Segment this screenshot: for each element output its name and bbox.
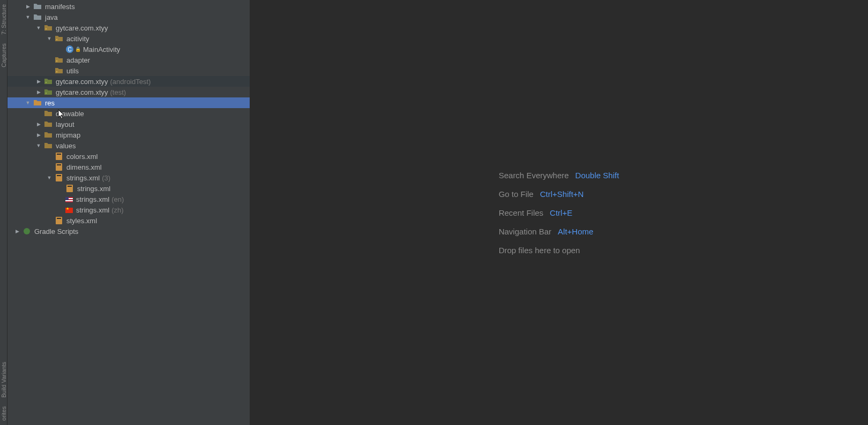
tree-item-layout[interactable]: ▶ layout — [8, 119, 250, 130]
package-icon — [55, 34, 63, 43]
tree-item-label: colors.xml — [66, 153, 98, 161]
tree-item-label: dimens.xml — [66, 163, 102, 171]
hint-navigation-bar: Navigation Bar Alt+Home — [499, 227, 619, 236]
svg-point-18 — [24, 228, 30, 234]
tree-item-label: gytcare.com.xtyy — [56, 78, 108, 86]
tree-item-label: res — [45, 99, 55, 107]
tree-item-java[interactable]: ▼ java — [8, 12, 250, 22]
package-icon — [44, 24, 53, 32]
tree-item-values[interactable]: ▼ values — [8, 140, 250, 151]
tree-item-strings-xml-group[interactable]: ▼ strings.xml (3) — [8, 172, 250, 183]
chevron-right-icon[interactable]: ▶ — [35, 122, 42, 127]
shortcut-navigation-bar: Alt+Home — [558, 227, 593, 236]
res-folder-icon — [44, 131, 53, 139]
res-folder-icon — [44, 120, 53, 128]
tree-item-styles-xml[interactable]: ▶ styles.xml — [8, 215, 250, 226]
xml-file-icon — [55, 163, 63, 171]
flag-cn-icon — [65, 208, 73, 213]
chevron-right-icon[interactable]: ▶ — [35, 79, 42, 84]
tree-item-colors-xml[interactable]: ▶ colors.xml — [8, 151, 250, 162]
hint-search-everywhere: Search Everywhere Double Shift — [499, 171, 619, 180]
tree-item-label: strings.xml — [76, 195, 109, 203]
chevron-down-icon[interactable]: ▼ — [46, 36, 53, 41]
shortcut-goto-file: Ctrl+Shift+N — [540, 189, 584, 199]
tree-item-drawable[interactable]: ▶ drawable — [8, 108, 250, 119]
tree-item-main-activity[interactable]: ▶ C 🔒 MainActivity — [8, 44, 250, 55]
hint-label: Recent Files — [499, 208, 543, 217]
tree-item-label: gytcare.com.xtyy — [56, 88, 108, 96]
toolbar-favorites[interactable]: orites — [1, 402, 7, 425]
tree-item-package-test[interactable]: ▶ gytcare.com.xtyy (test) — [8, 87, 250, 97]
hint-label: Drop files here to open — [499, 246, 580, 255]
tree-item-count: (3) — [102, 174, 110, 182]
lock-icon: 🔒 — [75, 47, 81, 52]
editor-empty-area[interactable]: Search Everywhere Double Shift Go to Fil… — [250, 0, 868, 425]
tree-item-label: manifests — [45, 3, 75, 11]
gradle-icon — [23, 227, 31, 236]
package-icon — [55, 66, 63, 75]
tree-item-strings-xml-zh[interactable]: ▶ strings.xml (zh) — [8, 204, 250, 215]
package-icon — [44, 77, 53, 86]
hint-label: Search Everywhere — [499, 171, 569, 180]
tree-item-label: strings.xml — [77, 185, 110, 193]
tree-item-label: drawable — [56, 110, 84, 118]
tree-item-strings-xml-default[interactable]: ▶ strings.xml — [8, 183, 250, 194]
hint-label: Navigation Bar — [499, 227, 551, 236]
res-folder-icon — [44, 109, 53, 118]
chevron-down-icon[interactable]: ▼ — [46, 175, 53, 180]
class-icon: C — [65, 45, 74, 54]
tree-item-manifests[interactable]: ▶ manifests — [8, 1, 250, 12]
chevron-down-icon[interactable]: ▼ — [35, 143, 42, 148]
res-folder-icon — [44, 141, 53, 150]
tree-item-gradle-scripts[interactable]: ▶ Gradle Scripts — [8, 226, 250, 237]
chevron-right-icon[interactable]: ▶ — [14, 229, 20, 234]
toolbar-captures[interactable]: Captures — [1, 39, 7, 72]
empty-state-panel: Search Everywhere Double Shift Go to Fil… — [499, 161, 619, 264]
tool-window-bar-left: 7: Structure Captures Build Variants ori… — [0, 0, 8, 425]
flag-us-icon — [65, 197, 73, 202]
svg-rect-11 — [57, 164, 61, 165]
chevron-down-icon[interactable]: ▼ — [25, 14, 31, 20]
xml-file-icon — [65, 184, 74, 193]
tree-item-suffix: (zh) — [111, 206, 123, 214]
hint-drop-files: Drop files here to open — [499, 246, 619, 255]
toolbar-build-variants[interactable]: Build Variants — [1, 358, 7, 402]
xml-file-icon — [55, 216, 63, 225]
tree-item-activity[interactable]: ▼ acitivity — [8, 33, 250, 44]
chevron-right-icon[interactable]: ▶ — [35, 132, 42, 138]
shortcut-recent-files: Ctrl+E — [550, 208, 572, 217]
res-folder-icon — [33, 98, 42, 107]
tree-item-utils[interactable]: ▶ utils — [8, 65, 250, 76]
tree-item-package-androidtest[interactable]: ▶ gytcare.com.xtyy (androidTest) — [8, 76, 250, 87]
tree-item-package-main[interactable]: ▼ gytcare.com.xtyy — [8, 22, 250, 33]
tree-item-label: java — [45, 13, 58, 21]
tree-item-label: mipmap — [56, 131, 80, 139]
tree-item-label: utils — [66, 67, 79, 75]
tree-item-mipmap[interactable]: ▶ mipmap — [8, 130, 250, 140]
tree-item-suffix: (test) — [110, 88, 126, 96]
chevron-right-icon[interactable]: ▶ — [35, 89, 42, 95]
xml-file-icon — [55, 152, 63, 161]
chevron-right-icon[interactable]: ▶ — [25, 4, 31, 9]
tree-item-label: layout — [56, 120, 74, 128]
chevron-down-icon[interactable]: ▼ — [35, 25, 42, 31]
svg-point-5 — [56, 71, 58, 73]
project-tree[interactable]: ▶ manifests ▼ java ▼ gytcare.com.xtyy — [8, 0, 250, 237]
svg-rect-15 — [68, 186, 72, 187]
tree-item-label: values — [56, 142, 76, 150]
tree-item-label: strings.xml — [66, 174, 100, 182]
hint-label: Go to File — [499, 189, 534, 199]
tree-item-strings-xml-en[interactable]: ▶ strings.xml (en) — [8, 194, 250, 204]
tree-item-dimens-xml[interactable]: ▶ dimens.xml — [8, 162, 250, 172]
toolbar-structure[interactable]: 7: Structure — [1, 0, 7, 39]
svg-point-4 — [56, 60, 58, 62]
tree-item-label: Gradle Scripts — [34, 227, 78, 236]
chevron-down-icon[interactable]: ▼ — [25, 100, 31, 105]
tree-item-label: styles.xml — [66, 217, 97, 225]
svg-rect-9 — [57, 154, 61, 155]
tree-item-adapter[interactable]: ▶ adapter — [8, 55, 250, 65]
tree-item-label: gytcare.com.xtyy — [56, 24, 108, 32]
tree-item-res[interactable]: ▼ res — [8, 97, 250, 108]
project-tree-panel[interactable]: ▶ manifests ▼ java ▼ gytcare.com.xtyy — [8, 0, 250, 425]
folder-icon — [33, 13, 42, 21]
